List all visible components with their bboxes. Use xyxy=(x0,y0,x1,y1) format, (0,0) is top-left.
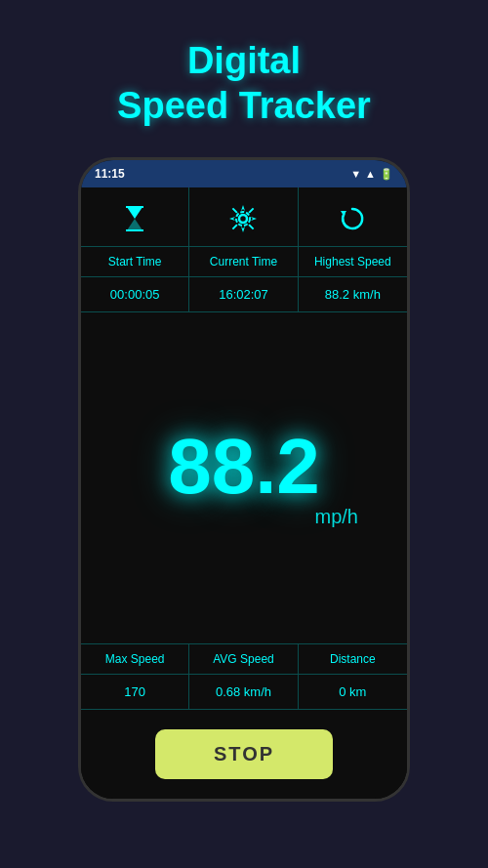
wifi-icon: ▲ xyxy=(365,168,376,180)
start-time-icon-cell[interactable] xyxy=(81,187,189,246)
svg-point-4 xyxy=(239,215,247,223)
stop-section: STOP xyxy=(81,710,407,799)
speed-unit: mp/h xyxy=(315,506,358,527)
speed-number: 88.2 xyxy=(168,428,320,506)
phone-content: Start Time Current Time Highest Speed 00… xyxy=(81,187,407,799)
status-bar: 11:15 ▼ ▲ 🔋 xyxy=(81,160,407,187)
status-time: 11:15 xyxy=(95,167,125,181)
signal-icon: ▼ xyxy=(350,168,361,180)
app-title: Digital Speed Tracker xyxy=(117,39,371,128)
values-row: 00:00:05 16:02:07 88.2 km/h xyxy=(81,277,407,312)
stats-labels-row: Max Speed AVG Speed Distance xyxy=(81,643,407,675)
hourglass-icon xyxy=(119,203,150,234)
distance-label: Distance xyxy=(299,644,407,674)
settings-icon xyxy=(227,203,259,234)
highest-speed-label: Highest Speed xyxy=(299,247,407,276)
start-time-label: Start Time xyxy=(81,247,189,276)
current-time-value: 16:02:07 xyxy=(189,277,298,311)
start-time-value: 00:00:05 xyxy=(81,277,189,311)
svg-marker-1 xyxy=(127,219,142,230)
reset-icon-cell[interactable] xyxy=(299,187,407,246)
icon-row xyxy=(81,187,407,247)
avg-speed-value: 0.68 km/h xyxy=(189,675,298,709)
phone-frame: 11:15 ▼ ▲ 🔋 xyxy=(78,157,410,802)
svg-marker-6 xyxy=(341,211,346,216)
distance-value: 0 km xyxy=(299,675,407,709)
svg-marker-0 xyxy=(127,207,142,219)
current-time-label: Current Time xyxy=(189,247,298,276)
reset-icon xyxy=(337,203,368,234)
status-icons: ▼ ▲ 🔋 xyxy=(350,168,393,181)
stop-button[interactable]: STOP xyxy=(155,729,333,779)
max-speed-label: Max Speed xyxy=(81,644,189,674)
avg-speed-label: AVG Speed xyxy=(189,644,298,674)
max-speed-value: 170 xyxy=(81,675,189,709)
speed-display: 88.2 mp/h xyxy=(81,312,407,643)
settings-icon-cell[interactable] xyxy=(189,187,298,246)
stats-values-row: 170 0.68 km/h 0 km xyxy=(81,675,407,710)
battery-icon: 🔋 xyxy=(380,168,393,181)
highest-speed-value: 88.2 km/h xyxy=(299,277,407,311)
labels-row: Start Time Current Time Highest Speed xyxy=(81,247,407,277)
